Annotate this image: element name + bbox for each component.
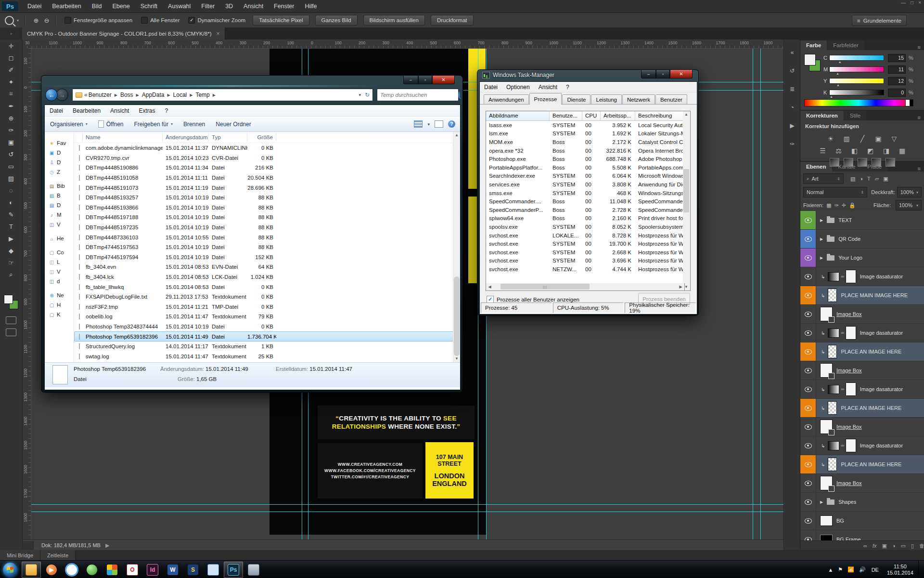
slider-thumb-icon[interactable]: ▲ (836, 72, 839, 75)
ps-menu-filter[interactable]: Filter (196, 3, 220, 10)
breadcrumb-appdata[interactable]: AppData (142, 92, 165, 98)
taskbar-app-color-app[interactable] (103, 562, 122, 578)
layer-row-qr-code[interactable]: ▶QR Code (800, 230, 924, 249)
process-row[interactable]: svchost.exeSYSTEM0019.700 KHostprozess f… (486, 239, 684, 248)
clone-stamp-tool[interactable]: ▣ (5, 136, 17, 148)
process-row[interactable]: opera.exe *32Boss00322.816 KOpera Intern… (486, 146, 684, 155)
layer-visibility-cell[interactable] (800, 249, 816, 267)
eye-icon[interactable] (805, 293, 812, 298)
blend-mode-select[interactable]: Normal ⇕ (803, 187, 867, 197)
sidebar-item-bib-library[interactable]: ▤Bib (45, 181, 74, 191)
channel-value[interactable]: 11 (888, 66, 906, 74)
layer-row-your-logo[interactable]: ▶Your Logo (800, 249, 924, 267)
file-row[interactable]: DBTmp4448519088615.01.2014 11:34Datei216… (74, 163, 460, 173)
ps-menu-datei[interactable]: Datei (22, 3, 47, 10)
sidebar-item-co-computer[interactable]: ▢Co (45, 248, 74, 257)
command-organisieren[interactable]: Organisieren▾ (45, 117, 93, 131)
tab-leistung[interactable]: Leistung (591, 94, 621, 104)
app-window-button-2[interactable]: × (918, 0, 921, 5)
eye-icon[interactable] (805, 406, 812, 411)
eye-icon[interactable] (805, 312, 812, 317)
column-header-size[interactable]: Größe (247, 133, 276, 142)
lock-all-icon[interactable]: 🔒 (849, 202, 856, 209)
eye-icon[interactable] (805, 349, 812, 355)
layer-thumbnail[interactable] (828, 458, 837, 471)
file-row[interactable]: Photoshop Temp324837444415.01.2014 10:19… (74, 322, 460, 332)
panel-color-swatches[interactable] (804, 54, 819, 73)
panel-tab-farbfelder[interactable]: Farbfelder (827, 40, 864, 50)
layer-filter-type[interactable]: ⌕ Art ⇕ (803, 173, 844, 184)
sidebar-item-v-video[interactable]: ◫V (45, 220, 74, 229)
taskbar-app-photoshop[interactable]: Ps (224, 562, 243, 578)
sidebar-item-d-desktop[interactable]: ▣D (45, 148, 74, 158)
file-row[interactable]: FXSAPIDebugLogFile.txt29.11.2013 17:53Te… (74, 292, 460, 302)
taskbar-app-browser-blue[interactable] (62, 562, 81, 578)
layer-row-place-an-image-here[interactable]: ↳PLACE AN IMAGE HERE (800, 399, 924, 418)
views-caret-icon[interactable]: ▾ (427, 122, 430, 127)
process-column-arbeitssp[interactable]: Arbeitssp... (601, 111, 635, 121)
taskbar-app-media-green[interactable] (82, 562, 102, 578)
layer-row-place-main-image-here[interactable]: ↳PLACE MAIN IMAGE HERE (800, 286, 924, 305)
change-view-icon[interactable] (414, 120, 423, 128)
taskman-menu-ansicht[interactable]: Ansicht (534, 84, 562, 91)
document-tab[interactable]: CMYK Pro - Outdoor Banner Signage - COLO… (22, 27, 225, 39)
option-checkbox-alle-fenster[interactable]: Alle Fenster (141, 17, 180, 24)
process-row[interactable]: svchost.exeNETZW...004.744 KHostprozess … (486, 265, 684, 274)
taskman-menu-datei[interactable]: Datei (480, 84, 502, 91)
brightness-contrast-icon[interactable]: ☀ (825, 134, 836, 144)
eye-icon[interactable] (805, 481, 812, 486)
tray-action-center-icon[interactable]: ⚑ (838, 566, 843, 573)
breadcrumb-boss[interactable]: Boss (120, 92, 133, 98)
properties-panel-icon[interactable]: ≣ (787, 84, 797, 94)
file-row[interactable]: DBTmp4448519723515.01.2014 10:19Datei88 … (74, 223, 460, 233)
taskman-menu-optionen[interactable]: Optionen (502, 84, 534, 91)
mask-thumbnail[interactable] (846, 439, 856, 452)
file-row[interactable]: nszF3F2.tmp15.01.2014 11:21TMP-Datei0 KB (74, 302, 460, 312)
slider-thumb-icon[interactable]: ▲ (836, 83, 840, 87)
lock-position-icon[interactable]: ✛ (842, 202, 846, 209)
exposure-icon[interactable]: ▣ (873, 134, 884, 144)
breadcrumb-local[interactable]: Local (173, 92, 187, 98)
link-layers-icon[interactable]: ∞ (863, 543, 867, 549)
ps-menu-hilfe[interactable]: Hilfe (300, 3, 322, 10)
slider-thumb-icon[interactable]: ▲ (838, 60, 842, 64)
adjustment-filter-icon[interactable]: ◑ (860, 176, 863, 182)
layer-visibility-cell[interactable] (800, 455, 816, 473)
ps-menu-ebene[interactable]: Ebene (107, 3, 135, 10)
task-manager-window[interactable]: Windows Task-Manager –▫✕ DateiOptionenAn… (477, 70, 698, 315)
bottom-tab-zeitleiste[interactable]: Zeitleiste (40, 550, 76, 560)
channel-slider[interactable]: ▲ (829, 78, 884, 84)
layer-visibility-cell[interactable] (800, 211, 816, 229)
taskbar-clock[interactable]: 11:50 15.01.2014 (887, 564, 913, 576)
show-all-users-checkbox[interactable]: ✓ Prozesse aller Benutzer anzeigen (487, 296, 579, 303)
pixel-filter-icon[interactable]: ▧ (850, 176, 855, 182)
eye-icon[interactable] (805, 368, 812, 373)
option-checkbox-dynamischer-zoom[interactable]: ✓Dynamischer Zoom (188, 17, 245, 24)
ps-menu-schrift[interactable]: Schrift (135, 3, 163, 10)
explorer-menu-ansicht[interactable]: Ansicht (105, 107, 134, 114)
scrollbar-thumb[interactable] (683, 169, 689, 212)
taskbar-app-media-player[interactable]: ▶ (42, 562, 61, 578)
sidebar-item-d-documents[interactable]: ▤D (45, 200, 74, 210)
shape-tool[interactable]: ◆ (5, 245, 17, 256)
info-panel-icon[interactable]: ◔ (787, 102, 797, 113)
scroll-right-icon[interactable]: ▶ (678, 284, 684, 290)
sidebar-item-z-recent[interactable]: ◷Z (45, 167, 74, 177)
app-window-button-0[interactable]: — (901, 0, 906, 5)
checkbox-icon[interactable] (141, 17, 148, 24)
sidebar-item-d-netdrive[interactable]: ◫d (45, 276, 74, 286)
scrollbar-thumb[interactable]: ||| (500, 284, 590, 289)
screen-mode-button[interactable] (6, 328, 16, 336)
layer-visibility-cell[interactable] (800, 512, 816, 530)
status-options-caret[interactable]: ▶ (105, 542, 109, 549)
photo-filter-icon[interactable]: ◩ (865, 146, 876, 156)
tools-collapse-icon[interactable]: » (0, 27, 22, 39)
checkbox-icon[interactable]: ✓ (487, 296, 494, 303)
zoom-tool-icon[interactable] (5, 16, 14, 25)
layer-visibility-cell[interactable] (800, 286, 816, 304)
selective-color-icon[interactable] (872, 158, 881, 167)
file-row[interactable]: fb_3404.lck15.01.2014 08:53LCK-Datei1.02… (74, 272, 460, 282)
command-freigeben-f-r[interactable]: Freigeben für▾ (129, 117, 178, 131)
foreground-color-swatch[interactable] (4, 295, 13, 304)
eyedropper-tool[interactable]: ✒ (5, 100, 17, 112)
